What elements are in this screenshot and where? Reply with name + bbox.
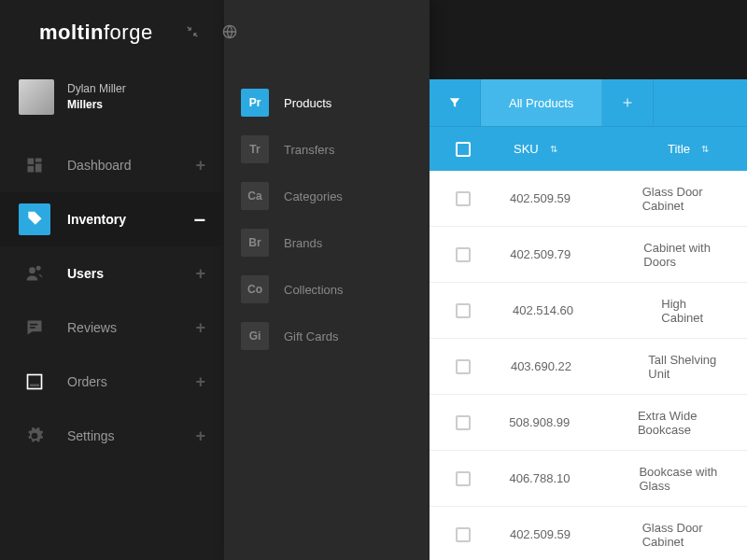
globe-icon[interactable] bbox=[222, 24, 237, 42]
sidebar-item-orders[interactable]: Orders+ bbox=[0, 355, 224, 409]
nav-label: Orders bbox=[67, 374, 178, 389]
app-header: moltinforge bbox=[0, 0, 747, 65]
tab-all-products[interactable]: All Products bbox=[481, 79, 602, 126]
sub-abbr: Br bbox=[241, 229, 269, 257]
sidebar-item-settings[interactable]: Settings+ bbox=[0, 409, 224, 463]
row-checkbox[interactable] bbox=[456, 471, 471, 486]
filter-tab[interactable] bbox=[430, 79, 481, 126]
table-row[interactable]: 402.509.59Glass Door Cabinet bbox=[430, 507, 747, 560]
box-icon bbox=[19, 366, 50, 398]
sidebar-item-inventory[interactable]: Inventory– bbox=[0, 192, 224, 246]
cell-sku: 406.788.10 bbox=[490, 471, 620, 485]
sub-label: Gift Cards bbox=[284, 329, 339, 343]
sub-abbr: Tr bbox=[241, 135, 269, 163]
row-checkbox[interactable] bbox=[456, 527, 471, 542]
cell-title: Tall Shelving Unit bbox=[629, 353, 747, 381]
cell-sku: 403.690.22 bbox=[492, 359, 629, 373]
sub-item-transfers[interactable]: TrTransfers bbox=[224, 126, 430, 173]
table-row[interactable]: 406.788.10Bookcase with Glass bbox=[430, 451, 747, 507]
sub-label: Collections bbox=[284, 283, 344, 297]
users-icon bbox=[19, 258, 50, 289]
nav-action[interactable]: + bbox=[195, 427, 205, 446]
sub-label: Products bbox=[284, 96, 331, 110]
sub-abbr: Co bbox=[241, 275, 269, 303]
avatar bbox=[19, 79, 54, 115]
table-row[interactable]: 402.509.79Cabinet with Doors bbox=[430, 227, 747, 283]
sub-item-products[interactable]: PrProducts bbox=[224, 79, 430, 126]
row-checkbox[interactable] bbox=[456, 303, 471, 318]
table-row[interactable]: 402.509.59Glass Door Cabinet bbox=[430, 171, 747, 227]
sub-item-gift-cards[interactable]: GiGift Cards bbox=[224, 313, 430, 359]
logo: moltinforge bbox=[39, 21, 153, 45]
user-company: Millers bbox=[67, 97, 126, 113]
cell-sku: 402.509.59 bbox=[491, 191, 624, 205]
column-sku[interactable]: SKU⇅ bbox=[495, 142, 649, 156]
svg-rect-2 bbox=[35, 159, 42, 162]
sidebar-item-dashboard[interactable]: Dashboard+ bbox=[0, 138, 224, 192]
add-tab[interactable] bbox=[602, 79, 654, 126]
sidebar-item-reviews[interactable]: Reviews+ bbox=[0, 301, 224, 355]
sub-abbr: Gi bbox=[241, 322, 269, 350]
row-checkbox[interactable] bbox=[456, 415, 471, 430]
row-checkbox[interactable] bbox=[456, 247, 471, 262]
collapse-icon[interactable] bbox=[186, 25, 199, 41]
table-row[interactable]: 403.690.22Tall Shelving Unit bbox=[430, 339, 747, 395]
nav-action[interactable]: – bbox=[194, 207, 205, 231]
tag-icon bbox=[19, 203, 50, 235]
cell-title: Glass Door Cabinet bbox=[624, 521, 747, 549]
nav-action[interactable]: + bbox=[195, 264, 205, 284]
sub-item-collections[interactable]: CoCollections bbox=[224, 266, 430, 313]
table-header: SKU⇅ Title⇅ bbox=[430, 126, 747, 171]
nav-label: Inventory bbox=[67, 212, 177, 227]
sub-label: Brands bbox=[284, 236, 322, 250]
sort-icon: ⇅ bbox=[550, 144, 557, 154]
cell-sku: 402.509.59 bbox=[491, 527, 624, 541]
sub-label: Categories bbox=[284, 189, 343, 203]
column-title[interactable]: Title⇅ bbox=[649, 142, 727, 156]
svg-rect-4 bbox=[28, 166, 35, 173]
svg-rect-9 bbox=[30, 385, 39, 387]
table-row[interactable]: 402.514.60High Cabinet bbox=[430, 283, 747, 339]
row-checkbox[interactable] bbox=[456, 191, 471, 206]
cell-title: High Cabinet bbox=[642, 297, 747, 325]
nav-action[interactable]: + bbox=[195, 156, 205, 175]
table-row[interactable]: 508.908.99Extra Wide Bookcase bbox=[430, 395, 747, 451]
nav-label: Users bbox=[67, 266, 178, 281]
sub-item-categories[interactable]: CaCategories bbox=[224, 173, 430, 219]
row-checkbox[interactable] bbox=[456, 359, 471, 374]
sub-abbr: Pr bbox=[241, 89, 269, 117]
dashboard-icon bbox=[19, 149, 50, 181]
user-name: Dylan Miller bbox=[67, 81, 126, 97]
sidebar-item-users[interactable]: Users+ bbox=[0, 246, 224, 301]
user-block[interactable]: Dylan Miller Millers bbox=[0, 79, 224, 138]
sub-abbr: Ca bbox=[241, 182, 269, 210]
cell-title: Bookcase with Glass bbox=[620, 465, 747, 493]
cell-sku: 402.509.79 bbox=[491, 247, 625, 261]
svg-point-5 bbox=[29, 267, 35, 273]
select-all-checkbox[interactable] bbox=[456, 142, 471, 157]
nav-label: Settings bbox=[67, 428, 178, 443]
cell-title: Extra Wide Bookcase bbox=[619, 409, 747, 437]
nav-action[interactable]: + bbox=[195, 372, 205, 392]
sidebar: Dylan Miller Millers Dashboard+Inventory… bbox=[0, 0, 224, 560]
table-body: 402.509.59Glass Door Cabinet402.509.79Ca… bbox=[430, 171, 747, 560]
cell-sku: 508.908.99 bbox=[490, 415, 619, 429]
svg-rect-3 bbox=[35, 163, 42, 172]
svg-rect-6 bbox=[30, 324, 37, 326]
inventory-subpanel: PrProductsTrTransfersCaCategoriesBrBrand… bbox=[224, 0, 430, 560]
cell-sku: 402.514.60 bbox=[494, 303, 642, 317]
svg-rect-7 bbox=[30, 327, 35, 329]
chat-icon bbox=[19, 312, 50, 343]
main-content: All Products SKU⇅ Title⇅ 402.509.59Glass… bbox=[430, 79, 747, 560]
cell-title: Cabinet with Doors bbox=[625, 241, 747, 269]
sub-item-brands[interactable]: BrBrands bbox=[224, 219, 430, 266]
gear-icon bbox=[19, 420, 50, 452]
svg-rect-1 bbox=[28, 159, 35, 165]
nav-action[interactable]: + bbox=[195, 318, 205, 338]
nav-label: Reviews bbox=[67, 320, 178, 335]
sub-label: Transfers bbox=[284, 143, 334, 157]
nav-label: Dashboard bbox=[67, 158, 178, 173]
cell-title: Glass Door Cabinet bbox=[624, 185, 747, 213]
svg-rect-8 bbox=[28, 375, 42, 389]
tab-bar: All Products bbox=[430, 79, 747, 126]
